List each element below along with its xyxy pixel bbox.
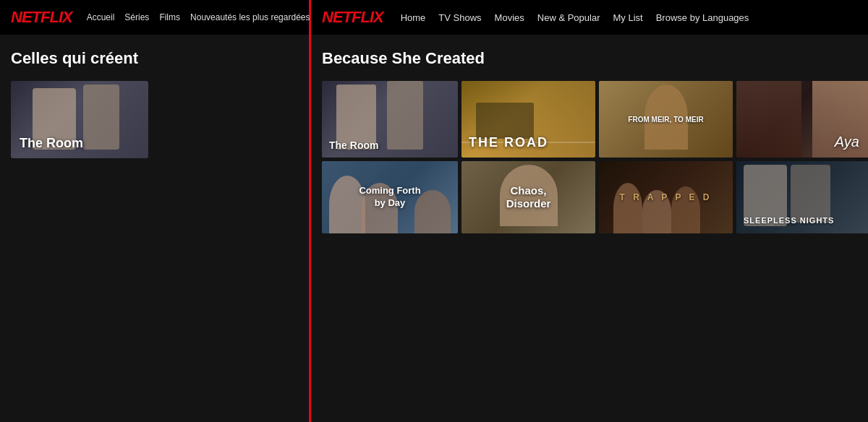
right-nav-items: Home TV Shows Movies New & Popular My Li… xyxy=(401,12,749,23)
card-label-coming-forth: Coming Forth by Day xyxy=(356,185,424,210)
card-trapped[interactable]: T R A P P E D xyxy=(599,161,733,233)
right-panel: NETFLIX Home TV Shows Movies New & Popul… xyxy=(311,0,868,422)
right-navbar: NETFLIX Home TV Shows Movies New & Popul… xyxy=(311,0,868,35)
split-container: NETFLIX Accueil Séries Films Nouveautés … xyxy=(0,0,868,422)
left-section-title: Celles qui créent xyxy=(11,49,298,68)
nav-browse-languages[interactable]: Browse by Languages xyxy=(656,12,749,23)
nav-tvshows[interactable]: TV Shows xyxy=(438,12,481,23)
nav-mylist[interactable]: My List xyxy=(613,12,643,23)
card-label-from-meir: FROM MEIR, TO MEIR xyxy=(628,116,703,124)
card-the-room-right[interactable]: The Room xyxy=(322,81,458,158)
card-from-meir[interactable]: FROM MEIR, TO MEIR xyxy=(599,81,733,158)
card-label-sleepless-nights: SLEEPLESS NIGHTS xyxy=(744,216,834,225)
left-panel: NETFLIX Accueil Séries Films Nouveautés … xyxy=(0,0,311,422)
card-label-aya: Aya xyxy=(835,134,859,150)
nav-series[interactable]: Séries xyxy=(124,12,149,22)
nav-films[interactable]: Films xyxy=(159,12,180,22)
nav-accueil[interactable]: Accueil xyxy=(87,12,115,22)
left-content: Celles qui créent The Room xyxy=(0,35,309,173)
card-label-trapped: T R A P P E D xyxy=(619,192,712,202)
cards-row-2: Coming Forth by Day Chaos, Disorder xyxy=(322,161,868,233)
right-content: Because She Created The Room THE ROAD xyxy=(311,35,868,251)
netflix-logo-left: NETFLIX xyxy=(11,8,72,27)
card-the-road[interactable]: THE ROAD xyxy=(461,81,595,158)
card-sleepless-nights[interactable]: SLEEPLESS NIGHTS xyxy=(736,161,868,233)
nav-movies[interactable]: Movies xyxy=(495,12,524,23)
card-label-room-right: The Room xyxy=(329,139,378,152)
card-label-chaos-disorder: Chaos, Disorder xyxy=(495,184,562,210)
netflix-logo-right: NETFLIX xyxy=(322,8,383,27)
card-coming-forth[interactable]: Coming Forth by Day xyxy=(322,161,458,233)
left-navbar: NETFLIX Accueil Séries Films Nouveautés … xyxy=(0,0,309,35)
nav-newpopular[interactable]: New & Popular xyxy=(537,12,600,23)
card-the-room-left[interactable]: The Room xyxy=(11,81,148,158)
card-chaos-disorder[interactable]: Chaos, Disorder xyxy=(461,161,595,233)
right-section-title: Because She Created xyxy=(322,49,868,68)
nav-home[interactable]: Home xyxy=(401,12,426,23)
cards-row-1: The Room THE ROAD FROM MEIR, TO MEIR xyxy=(322,81,868,158)
card-aya[interactable]: Aya xyxy=(736,81,868,158)
card-label-room-left: The Room xyxy=(20,136,83,151)
card-label-the-road: THE ROAD xyxy=(469,135,548,150)
nav-nouveautes[interactable]: Nouveautés les plus regardées xyxy=(190,12,310,22)
